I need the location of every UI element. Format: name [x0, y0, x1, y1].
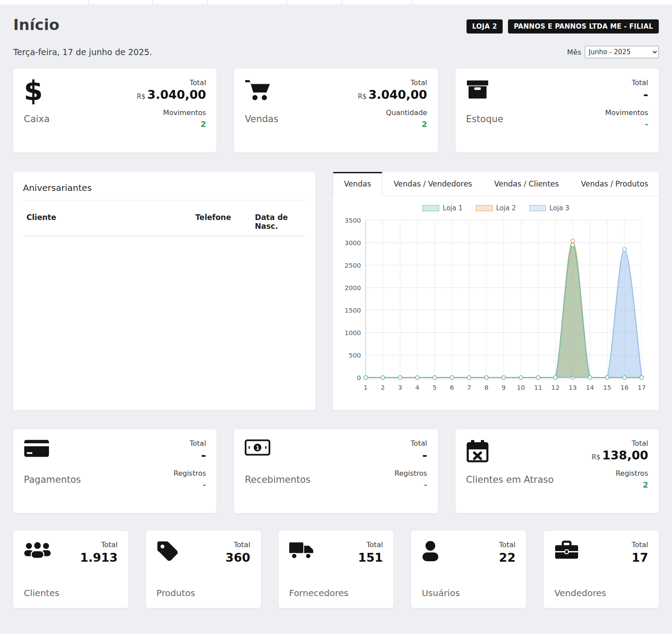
total-label: Total	[499, 541, 516, 549]
card-label: Pagamentos	[24, 474, 81, 485]
tab-vendas-clientes[interactable]: Vendas / Clientes	[484, 172, 570, 196]
card-recebimentos-left: 1 Recebimentos	[245, 439, 310, 503]
people-icon	[24, 541, 60, 565]
value-number: 151	[358, 551, 383, 564]
total-value: R$138,00	[592, 448, 648, 462]
value-number: 1.913	[80, 551, 117, 564]
metric-value: -	[395, 480, 427, 489]
card-estoque-left: Estoque	[466, 78, 504, 143]
metric-value: -	[174, 480, 206, 489]
card-fornecedores[interactable]: Fornecedores Total 151	[279, 531, 394, 608]
tab-vendas-vendedores[interactable]: Vendas / Vendedores	[383, 172, 483, 196]
card-clientes-atraso-left: Clientes em Atraso	[466, 439, 554, 503]
card-vendas[interactable]: Vendas Total R$3.040,00 Quantidade 2	[234, 69, 437, 153]
nav-divider	[88, 0, 89, 4]
card-label: Estoque	[466, 114, 504, 124]
card-produtos-left: Produtos	[157, 541, 195, 598]
svg-text:1000: 1000	[345, 329, 361, 336]
page-title: Início	[13, 16, 60, 34]
metric-value: 2	[137, 119, 206, 129]
sales-area-chart[interactable]: 0500100015002000250030003500123456789101…	[343, 216, 648, 402]
legend-swatch-loja-3	[529, 205, 546, 211]
nav-divider	[287, 0, 287, 4]
truck-icon	[289, 541, 349, 565]
nav-divider	[342, 0, 342, 4]
svg-text:2000: 2000	[345, 284, 361, 291]
card-produtos[interactable]: Produtos Total 360	[146, 531, 261, 608]
svg-text:3: 3	[398, 384, 402, 391]
dollar-icon: $	[24, 78, 50, 106]
card-pagamentos[interactable]: Pagamentos Total - Registros -	[13, 429, 217, 513]
total-value: -	[174, 448, 206, 462]
total-value: -	[605, 88, 648, 101]
card-label: Vendedores	[554, 588, 606, 598]
dashboard-page: Início LOJA 2 PANNOS E PANNOS LTDA ME - …	[0, 16, 672, 621]
tab-vendas-produtos[interactable]: Vendas / Produtos	[570, 172, 659, 196]
card-estoque-right: Total - Movimentos -	[605, 78, 648, 143]
card-vendas-left: Vendas	[245, 78, 278, 143]
value-number: 360	[225, 551, 250, 564]
calendar-x-icon	[466, 439, 554, 466]
company-badge[interactable]: PANNOS E PANNOS LTDA ME - FILIAL	[508, 19, 659, 34]
card-clientes-em-atraso[interactable]: Clientes em Atraso Total R$138,00 Regist…	[455, 429, 659, 513]
current-date: Terça-feira, 17 de junho de 2025.	[13, 47, 152, 57]
metric-value: 2	[592, 480, 648, 489]
svg-text:3000: 3000	[345, 239, 361, 246]
legend-loja-1[interactable]: Loja 1	[422, 204, 463, 212]
total-value: R$3.040,00	[137, 88, 206, 101]
metric-value: -	[605, 119, 648, 129]
briefcase-icon	[554, 541, 606, 565]
store-badges: LOJA 2 PANNOS E PANNOS LTDA ME - FILIAL	[467, 19, 659, 34]
legend-swatch-loja-1	[422, 205, 439, 211]
card-vendedores[interactable]: Vendedores Total 17	[544, 531, 659, 608]
legend-label: Loja 2	[496, 204, 516, 212]
svg-text:1: 1	[363, 384, 367, 391]
birthdays-table-header: Cliente Telefone Data de Nasc.	[23, 213, 306, 236]
card-usuarios-right: Total 22	[499, 541, 516, 598]
nav-divider	[152, 0, 153, 4]
mid-section: Aniversariantes Cliente Telefone Data de…	[13, 172, 659, 410]
chart-tabs: Vendas Vendas / Vendedores Vendas / Clie…	[333, 172, 659, 196]
svg-text:12: 12	[551, 384, 560, 391]
card-label: Produtos	[157, 588, 195, 598]
svg-text:1500: 1500	[345, 306, 361, 314]
user-icon	[422, 541, 459, 565]
svg-text:7: 7	[467, 384, 471, 391]
credit-card-icon	[24, 439, 81, 466]
card-clientes[interactable]: Clientes Total 1.913	[13, 531, 128, 608]
column-telefone: Telefone	[195, 213, 255, 231]
legend-loja-3[interactable]: Loja 3	[529, 204, 569, 212]
top-nav-strip	[0, 0, 672, 4]
card-label: Clientes em Atraso	[466, 474, 554, 485]
value-number: 17	[631, 551, 648, 564]
card-label: Vendas	[245, 114, 278, 124]
legend-loja-2[interactable]: Loja 2	[476, 204, 516, 212]
card-caixa[interactable]: $ Caixa Total R$3.040,00 Movimentos 2	[13, 69, 217, 153]
card-estoque[interactable]: Estoque Total - Movimentos -	[455, 69, 659, 153]
month-select[interactable]: Junho - 2025	[585, 46, 659, 58]
bottom-cards-row: Clientes Total 1.913 Produtos Total 360	[13, 531, 659, 608]
legend-swatch-loja-2	[476, 205, 493, 211]
mid-cards-row: Pagamentos Total - Registros - 1	[13, 429, 659, 513]
svg-text:15: 15	[603, 384, 612, 391]
column-data-nasc: Data de Nasc.	[255, 213, 306, 231]
total-label: Total	[358, 541, 383, 549]
card-recebimentos-right: Total - Registros -	[395, 439, 427, 503]
store-badge[interactable]: LOJA 2	[467, 19, 503, 34]
value-number: -	[643, 88, 648, 101]
currency-prefix: R$	[358, 93, 366, 101]
card-usuarios[interactable]: Usuários Total 22	[411, 531, 526, 608]
value-number: -	[422, 448, 427, 462]
tab-vendas[interactable]: Vendas	[333, 172, 382, 196]
svg-text:0: 0	[357, 374, 361, 381]
cart-icon	[245, 78, 278, 106]
nav-divider	[207, 0, 208, 4]
card-clientes-left: Clientes	[24, 541, 60, 598]
value-number: 3.040,00	[147, 88, 206, 101]
total-label: Total	[358, 78, 427, 87]
card-recebimentos[interactable]: 1 Recebimentos Total - Registros -	[234, 429, 437, 513]
svg-text:4: 4	[415, 384, 419, 391]
svg-text:9: 9	[502, 384, 506, 391]
card-produtos-right: Total 360	[225, 541, 250, 598]
birthdays-title: Aniversariantes	[23, 183, 306, 201]
